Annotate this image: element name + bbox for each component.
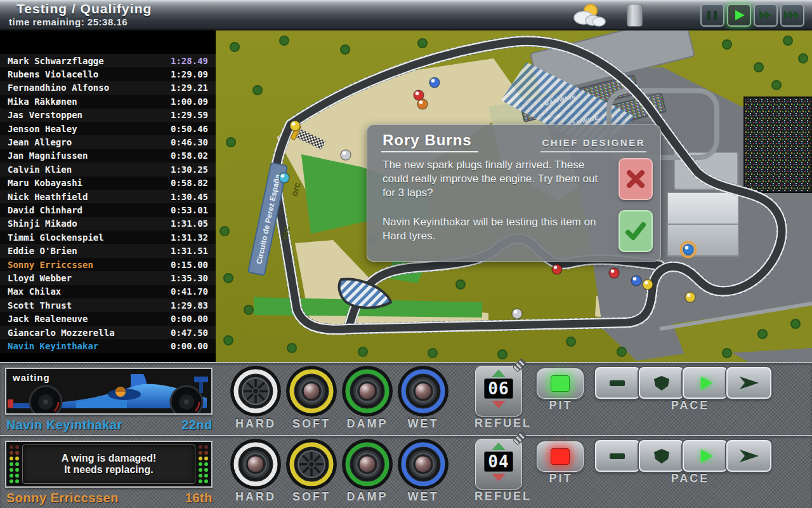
timing-row[interactable]: Timmi Glockenspiel1:31.32 bbox=[0, 231, 216, 244]
timing-row[interactable]: Sonny Erriccssen0:15.00 bbox=[0, 258, 216, 271]
pit-button[interactable] bbox=[537, 368, 584, 399]
car-marker[interactable] bbox=[643, 279, 653, 290]
timing-row[interactable]: Giancarlo Mozzerella0:47.50 bbox=[0, 326, 216, 339]
pace-button-low[interactable] bbox=[595, 367, 640, 399]
accept-button[interactable] bbox=[619, 210, 653, 252]
pit-button[interactable] bbox=[537, 441, 584, 472]
timing-row[interactable]: Mika Räkkønen1:00.09 bbox=[0, 95, 216, 108]
refuel-up-arrow[interactable] bbox=[492, 370, 506, 377]
pace-button-low[interactable] bbox=[595, 440, 640, 472]
timing-lap-time: 1:28.49 bbox=[171, 56, 208, 66]
pace-button-conserve[interactable] bbox=[639, 367, 684, 399]
tyre-button-soft[interactable] bbox=[285, 438, 337, 490]
timing-driver-name: Maru Kobayashi bbox=[8, 178, 82, 188]
timing-row[interactable]: Jack Realeneuve0:00.00 bbox=[0, 312, 216, 325]
tree bbox=[253, 86, 262, 95]
fastest-forward-button[interactable] bbox=[780, 4, 804, 27]
timing-driver-name: Jack Realeneuve bbox=[8, 314, 88, 324]
tyre-button-hard[interactable] bbox=[230, 365, 282, 417]
fastest-forward-icon bbox=[783, 8, 802, 22]
tyre-button-hard[interactable] bbox=[230, 438, 282, 490]
pit-label: PIT bbox=[537, 399, 585, 412]
car-marker[interactable] bbox=[512, 309, 522, 319]
timing-driver-name: Max Chilax bbox=[8, 286, 61, 297]
timing-row[interactable]: Maru Kobayashi0:58.82 bbox=[0, 177, 216, 190]
car-marker-selected[interactable] bbox=[681, 242, 696, 257]
timing-row[interactable]: Nick Heathfield1:30.45 bbox=[0, 190, 216, 203]
timing-row[interactable]: David Chinhard0:53.01 bbox=[0, 203, 216, 217]
timing-row[interactable]: Max Chilax0:41.70 bbox=[0, 285, 216, 298]
decline-button[interactable] bbox=[619, 158, 653, 200]
tyre-button-damp[interactable] bbox=[341, 365, 393, 417]
car-marker[interactable] bbox=[417, 99, 428, 109]
timing-lap-time: 1:30.45 bbox=[171, 192, 208, 202]
timing-list: Mark Schwarzflagge1:28.49Rubens Violacel… bbox=[0, 54, 216, 353]
alert-line1: A wing is damaged! bbox=[62, 453, 157, 464]
pace-button-normal[interactable] bbox=[683, 367, 728, 399]
tree bbox=[358, 347, 367, 356]
dialog-header: Rory Burns CHIEF DESIGNER bbox=[381, 131, 646, 152]
pit-light bbox=[551, 375, 570, 392]
timing-lap-time: 1:29.59 bbox=[171, 110, 208, 120]
car-preview-box: waiting bbox=[5, 368, 213, 415]
pause-button[interactable] bbox=[700, 4, 724, 27]
timing-row[interactable]: Calvin Klien1:30.25 bbox=[0, 163, 216, 176]
car-marker[interactable] bbox=[609, 268, 619, 278]
led-dot bbox=[204, 445, 208, 449]
timing-driver-name: Shinji Mikado bbox=[8, 218, 77, 229]
car-marker[interactable] bbox=[341, 150, 351, 160]
refuel-widget: 06 REFUEL bbox=[475, 366, 523, 430]
car-marker[interactable] bbox=[429, 77, 440, 88]
tyre-button-wet[interactable] bbox=[397, 365, 449, 417]
timing-row[interactable]: Eddie O'Brien1:31.51 bbox=[0, 244, 216, 257]
pace-widget: PACE bbox=[596, 440, 784, 485]
pace-button-conserve[interactable] bbox=[639, 440, 684, 472]
tree bbox=[220, 227, 229, 236]
car-marker[interactable] bbox=[552, 264, 562, 274]
led-dot bbox=[10, 451, 13, 455]
play-button[interactable] bbox=[727, 4, 751, 27]
refuel-down-arrow[interactable] bbox=[492, 474, 506, 481]
car-marker[interactable] bbox=[290, 121, 300, 131]
led-dot bbox=[199, 474, 202, 478]
timing-driver-name: Timmi Glockenspiel bbox=[8, 232, 104, 243]
timing-driver-name: Nick Heathfield bbox=[8, 192, 88, 202]
tree bbox=[791, 319, 800, 328]
timing-driver-name: Calvin Klien bbox=[8, 164, 72, 175]
timing-row[interactable]: Mark Schwarzflagge1:28.49 bbox=[0, 54, 216, 67]
tyre-label: HARD bbox=[230, 490, 282, 504]
refuel-up-arrow[interactable] bbox=[492, 443, 506, 450]
pause-icon bbox=[705, 8, 720, 22]
attack-arrow-icon bbox=[738, 375, 761, 391]
timing-driver-name: Eddie O'Brien bbox=[8, 246, 77, 256]
pace-button-normal[interactable] bbox=[683, 440, 728, 472]
timing-row[interactable]: Navin Keyinthakar0:00.00 bbox=[0, 339, 216, 352]
tyre-button-wet[interactable] bbox=[397, 438, 449, 490]
pace-button-attack[interactable] bbox=[726, 440, 771, 472]
timing-row[interactable]: Shinji Mikado1:31.05 bbox=[0, 217, 216, 231]
car-marker[interactable] bbox=[279, 173, 289, 183]
car-marker[interactable] bbox=[631, 276, 641, 286]
pit-label: PIT bbox=[537, 472, 585, 485]
timing-row[interactable]: Jan Magnifussen0:58.02 bbox=[0, 149, 216, 163]
car-marker[interactable] bbox=[685, 292, 695, 302]
timing-row[interactable]: Jean Allegro0:46.30 bbox=[0, 135, 216, 149]
tyre-button-damp[interactable] bbox=[341, 438, 393, 490]
shield-icon bbox=[650, 448, 673, 464]
pace-button-attack[interactable] bbox=[726, 367, 771, 399]
timing-row[interactable]: Rubens Violacello1:29.09 bbox=[0, 67, 216, 81]
timing-row[interactable]: Lloyd Webber1:35.30 bbox=[0, 271, 216, 284]
tyre-label: SOFT bbox=[285, 417, 337, 431]
led-dot bbox=[204, 462, 208, 466]
timing-row[interactable]: Jenson Healey0:50.46 bbox=[0, 122, 216, 135]
refuel-down-arrow[interactable] bbox=[492, 401, 506, 408]
fast-forward-button[interactable] bbox=[754, 4, 778, 27]
driver-panel-sonny: A wing is damaged! It needs replacing. S… bbox=[0, 435, 812, 508]
timing-driver-name: Giancarlo Mozzerella bbox=[8, 328, 115, 338]
rear-wheel bbox=[171, 386, 202, 415]
timing-row[interactable]: Fernandhino Alfonso1:29.21 bbox=[0, 81, 216, 95]
tyre-button-soft[interactable] bbox=[285, 365, 337, 417]
tyre-label: DAMP bbox=[341, 490, 393, 504]
timing-row[interactable]: Scott Thrust1:29.83 bbox=[0, 298, 216, 312]
timing-row[interactable]: Jas Verstoppen1:29.59 bbox=[0, 109, 216, 122]
